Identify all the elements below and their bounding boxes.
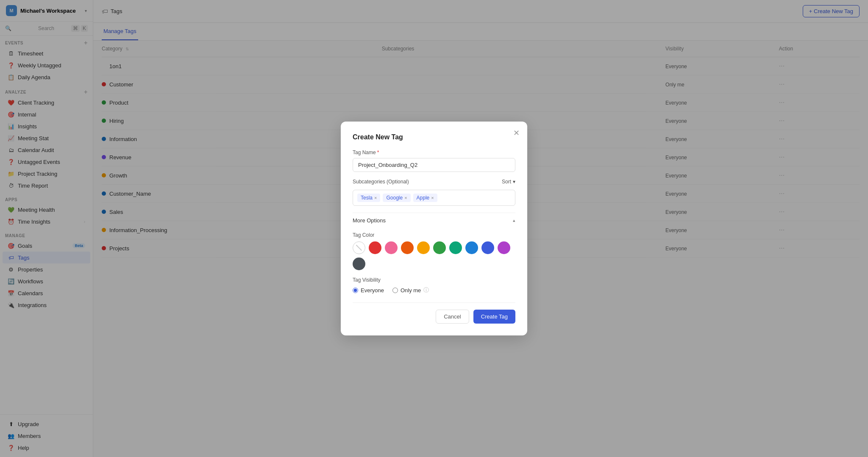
- more-options-content: Tag Color Tag Visibility: [353, 232, 515, 294]
- color-swatch-red[interactable]: [369, 241, 381, 254]
- remove-tesla-button[interactable]: ×: [374, 195, 377, 200]
- subcategories-label: Subcategories (Optional): [353, 179, 409, 185]
- subcategories-group: Subcategories (Optional) Sort ▾ Tesla × …: [353, 179, 515, 206]
- color-swatch-green[interactable]: [433, 241, 446, 254]
- color-swatch-yellow[interactable]: [417, 241, 430, 254]
- chevron-down-icon: ▾: [513, 179, 515, 185]
- visibility-only-me-radio[interactable]: [392, 288, 398, 293]
- create-tag-button[interactable]: Create Tag: [473, 310, 515, 324]
- create-tag-modal: Create New Tag ✕ Tag Name * Subcategorie…: [341, 122, 527, 335]
- tag-name-input[interactable]: [353, 158, 515, 172]
- sort-dropdown[interactable]: Sort ▾: [502, 179, 515, 185]
- tag-name-group: Tag Name *: [353, 150, 515, 172]
- cancel-button[interactable]: Cancel: [436, 310, 469, 324]
- color-swatches: [353, 241, 515, 270]
- tag-visibility-label: Tag Visibility: [353, 277, 515, 283]
- modal-title: Create New Tag: [353, 133, 515, 141]
- visibility-everyone-radio[interactable]: [353, 288, 358, 293]
- info-icon[interactable]: ⓘ: [423, 286, 429, 294]
- chevron-up-icon: ▴: [513, 218, 515, 223]
- tag-name-label: Tag Name *: [353, 150, 515, 155]
- subcategory-chip-tesla: Tesla ×: [357, 194, 380, 202]
- remove-apple-button[interactable]: ×: [431, 195, 434, 200]
- color-swatch-pink[interactable]: [385, 241, 398, 254]
- color-swatch-dark[interactable]: [353, 258, 365, 270]
- color-swatch-teal[interactable]: [449, 241, 462, 254]
- tag-color-label: Tag Color: [353, 232, 515, 238]
- required-indicator: *: [377, 150, 379, 155]
- remove-google-button[interactable]: ×: [404, 195, 407, 200]
- subcategory-chip-apple: Apple ×: [413, 194, 437, 202]
- visibility-everyone-option[interactable]: Everyone: [353, 287, 384, 294]
- subcategory-chip-google: Google ×: [383, 194, 410, 202]
- visibility-only-me-option[interactable]: Only me ⓘ: [392, 286, 429, 294]
- more-options-toggle[interactable]: More Options ▴: [353, 213, 515, 227]
- modal-close-button[interactable]: ✕: [513, 129, 520, 137]
- color-swatch-violet[interactable]: [498, 241, 510, 254]
- color-swatch-none[interactable]: [353, 241, 365, 254]
- color-swatch-orange[interactable]: [401, 241, 414, 254]
- color-swatch-blue[interactable]: [465, 241, 478, 254]
- color-swatch-indigo[interactable]: [481, 241, 494, 254]
- subcategories-input[interactable]: Tesla × Google × Apple ×: [353, 190, 515, 206]
- modal-overlay: Create New Tag ✕ Tag Name * Subcategorie…: [0, 0, 868, 457]
- no-color-line: [356, 245, 362, 251]
- visibility-radio-group: Everyone Only me ⓘ: [353, 286, 515, 294]
- modal-actions: Cancel Create Tag: [353, 302, 515, 324]
